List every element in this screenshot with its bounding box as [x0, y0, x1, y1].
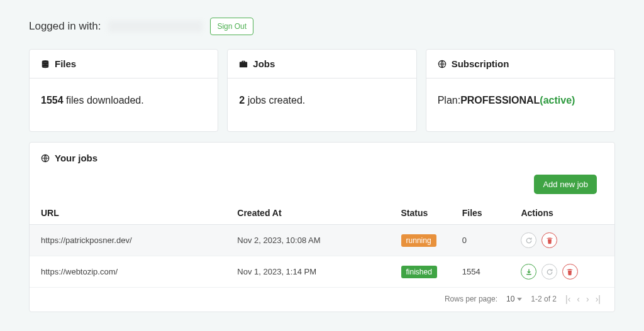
- briefcase-icon: [239, 60, 248, 68]
- status-badge: running: [401, 234, 436, 247]
- page-last-button[interactable]: ›|: [596, 294, 601, 304]
- sign-out-button[interactable]: Sign Out: [210, 18, 253, 35]
- jobs-panel-title: Your jobs: [55, 153, 97, 163]
- cell-url: https://webtozip.com/: [30, 256, 226, 288]
- files-card: Files 1554 files downloaded.: [29, 49, 218, 132]
- database-icon: [41, 60, 50, 68]
- plan-status: (active): [540, 95, 575, 106]
- page-prev-button[interactable]: ‹: [577, 294, 580, 304]
- cell-created: Nov 1, 2023, 1:14 PM: [226, 256, 389, 288]
- page-next-button[interactable]: ›: [586, 294, 589, 304]
- refresh-button[interactable]: [521, 232, 536, 248]
- globe-icon: [438, 60, 447, 68]
- subscription-card: Subscription Plan:PROFESSIONAL(active): [426, 49, 615, 132]
- col-files: Files: [451, 202, 510, 225]
- add-new-job-button[interactable]: Add new job: [534, 175, 597, 194]
- page-first-button[interactable]: |‹: [565, 294, 570, 304]
- jobs-card-title: Jobs: [253, 58, 275, 69]
- rows-per-page-value: 10: [506, 295, 514, 303]
- jobs-card: Jobs 2 jobs created.: [227, 49, 416, 132]
- pagination-range: 1-2 of 2: [531, 295, 557, 303]
- plan-label: Plan:: [438, 95, 460, 106]
- globe-icon: [41, 154, 50, 163]
- cell-files: 1554: [451, 256, 510, 288]
- pagination: Rows per page: 10 1-2 of 2 |‹ ‹ › ›|: [30, 288, 614, 312]
- files-card-title: Files: [55, 58, 76, 69]
- chevron-down-icon: [517, 298, 522, 301]
- cell-files: 0: [451, 225, 510, 256]
- files-count: 1554: [41, 95, 64, 106]
- col-actions: Actions: [509, 202, 614, 225]
- jobs-table: URL Created At Status Files Actions http…: [30, 202, 614, 288]
- refresh-button[interactable]: [541, 264, 557, 279]
- subscription-card-title: Subscription: [452, 58, 509, 69]
- delete-button[interactable]: [562, 264, 578, 279]
- table-row[interactable]: https://patrickposner.dev/ Nov 2, 2023, …: [30, 225, 614, 256]
- cell-created: Nov 2, 2023, 10:08 AM: [226, 225, 389, 256]
- download-button[interactable]: [521, 264, 536, 279]
- rows-per-page-select[interactable]: 10: [506, 295, 522, 303]
- jobs-suffix: jobs created.: [245, 95, 305, 106]
- col-status: Status: [390, 202, 451, 225]
- jobs-count: 2: [239, 95, 245, 106]
- files-suffix: files downloaded.: [64, 95, 144, 106]
- col-url: URL: [30, 202, 226, 225]
- logged-in-email: [108, 21, 203, 32]
- logged-in-label: Logged in with:: [29, 20, 101, 33]
- cell-url: https://patrickposner.dev/: [30, 225, 226, 256]
- jobs-panel: Your jobs Add new job URL Created At Sta…: [29, 142, 615, 312]
- delete-button[interactable]: [541, 232, 557, 248]
- rows-per-page-label: Rows per page:: [445, 295, 497, 303]
- table-row[interactable]: https://webtozip.com/ Nov 1, 2023, 1:14 …: [30, 256, 614, 288]
- plan-name: PROFESSIONAL: [460, 95, 540, 106]
- svg-point-0: [42, 60, 49, 62]
- status-badge: finished: [401, 266, 437, 278]
- col-created: Created At: [226, 202, 389, 225]
